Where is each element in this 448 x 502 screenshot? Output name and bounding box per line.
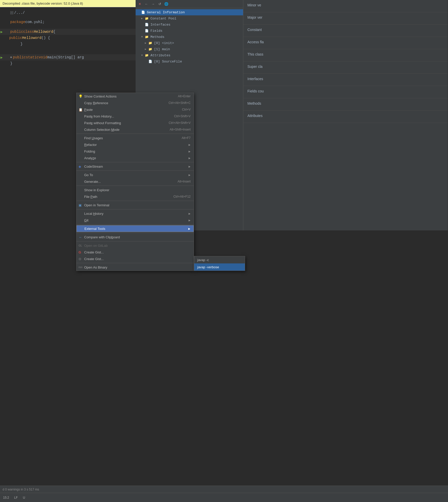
submenu-arrow: ▶: [188, 227, 190, 230]
submenu-item-label: javap -c: [197, 258, 209, 262]
status-text: d 0 warnings in 3 s 517 ms: [3, 488, 39, 491]
info-row-attributes: Attributes: [243, 111, 448, 123]
menu-item-codestream[interactable]: ◆ CodeStream ▶: [77, 163, 194, 170]
menu-item-column-selection[interactable]: Column Selection Mode Alt+Shift+Insert: [77, 126, 194, 133]
editor-content[interactable]: – /.../ package com.yuhl; ▶ public class…: [0, 7, 136, 69]
editor-line: }: [0, 41, 136, 47]
info-label: Access fla: [247, 40, 283, 44]
menu-separator: [77, 241, 194, 241]
menu-item-open-as-binary[interactable]: 010 Open As Binary: [77, 264, 194, 271]
submenu-arrow: ▶: [189, 165, 191, 168]
context-menu: 💡 Show Context Actions Alt+Enter Copy Re…: [76, 93, 194, 271]
menu-item-analyze[interactable]: Analyze ▶: [77, 155, 194, 161]
submenu-arrow: ▶: [189, 150, 191, 153]
shortcut-label: Alt+F7: [182, 136, 191, 140]
editor-line: – /.../: [0, 10, 136, 16]
run-arrow-main[interactable]: ▶: [1, 55, 3, 60]
tree-item-sourcefile[interactable]: 📄 [0] SourceFile: [136, 58, 243, 65]
tree-item-label: [0] <init>: [154, 41, 174, 45]
globe-button[interactable]: 🌐: [164, 2, 169, 7]
status-bar: 15:2 LF U: [0, 493, 448, 502]
menu-item-create-gist-1[interactable]: G Create Gist...: [77, 249, 194, 255]
menu-item-show-in-explorer[interactable]: Show in Explorer: [77, 187, 194, 193]
terminal-icon: ▣: [79, 203, 82, 207]
tree-item-general-information[interactable]: 📄 General Information: [136, 9, 243, 15]
menu-item-git[interactable]: Git ▶: [77, 217, 194, 223]
tree-item-interfaces[interactable]: 📄 Interfaces: [136, 22, 243, 28]
tree-item-methods[interactable]: ▼ 📁 Methods: [136, 34, 243, 40]
shortcut-label: Ctrl+Alt+F12: [173, 195, 191, 198]
run-arrow[interactable]: ▶: [1, 30, 3, 34]
tree-item-label: Interfaces: [150, 23, 170, 27]
tree-item-label: [0] SourceFile: [154, 60, 182, 63]
menu-item-label: Show in Explorer: [84, 188, 191, 192]
info-panel: Minor ve Major ver Constant Access fla T…: [243, 0, 448, 230]
menu-item-file-path[interactable]: File Path Ctrl+Alt+F12: [77, 193, 194, 200]
info-label: Fields cou: [247, 89, 283, 93]
menu-item-label: Open in Terminal: [84, 203, 191, 207]
external-tools-submenu: javap -c javap -verbose: [194, 256, 245, 271]
menu-item-show-context-actions[interactable]: 💡 Show Context Actions Alt+Enter: [77, 93, 194, 100]
menu-item-label: External Tools: [84, 227, 188, 231]
file-icon: 📄: [145, 29, 149, 33]
lightbulb-icon: 💡: [79, 94, 83, 98]
editor-line[interactable]: ▶ public class Helloword {: [0, 29, 136, 35]
tree-item-method-init[interactable]: ▶ 📁 [0] <init>: [136, 40, 243, 46]
github-circle-icon: ⊙: [79, 257, 81, 261]
menu-item-external-tools[interactable]: External Tools ▶: [77, 225, 194, 232]
shortcut-label: Alt+Enter: [178, 94, 191, 98]
menu-item-label: Show Context Actions: [84, 94, 173, 98]
menu-item-paste-from-history[interactable]: Paste from History... Ctrl+Shift+V: [77, 113, 194, 120]
tree-item-fields[interactable]: 📄 Fields: [136, 28, 243, 34]
menu-separator: [77, 162, 194, 162]
refresh-button[interactable]: ↺: [157, 2, 162, 7]
submenu-item-javap-verbose[interactable]: javap -verbose: [194, 263, 245, 271]
shortcut-label: Ctrl+Shift+V: [174, 114, 191, 118]
menu-item-open-on-gitlab[interactable]: GL Open on GitLab: [77, 242, 194, 249]
menu-item-create-gist-2[interactable]: ⊙ Create Gist...: [77, 255, 194, 262]
tree-item-label: Fields: [150, 29, 162, 33]
class-panel-toolbar: ✕ ← → ↺ 🌐: [136, 0, 243, 8]
info-row-interfaces: Interfaces: [243, 74, 448, 86]
indent-indicator: U: [23, 496, 25, 499]
menu-separator: [77, 134, 194, 134]
close-button[interactable]: ✕: [137, 2, 142, 7]
back-button[interactable]: ←: [144, 2, 149, 7]
editor-line: [0, 47, 136, 51]
folder-icon: 📁: [148, 47, 153, 51]
tree-arrow: [141, 23, 145, 26]
info-label: Methods: [247, 101, 283, 105]
menu-item-generate[interactable]: Generate... Alt+Insert: [77, 178, 194, 185]
submenu-item-javap-c[interactable]: javap -c: [194, 256, 245, 263]
tree-item-attributes[interactable]: ▼ 📁 Attributes: [136, 52, 243, 58]
compare-icon: ↔: [79, 235, 82, 239]
menu-item-goto[interactable]: Go To ▶: [77, 172, 194, 178]
editor-line[interactable]: ▶ ■ public static void main(String[] arg: [0, 54, 136, 60]
menu-item-refactor[interactable]: Refactor ▶: [77, 141, 194, 148]
submenu-arrow: ▶: [189, 212, 191, 215]
menu-item-compare-clipboard[interactable]: ↔ Compare with Clipboard: [77, 234, 194, 240]
submenu-item-label: javap -verbose: [197, 265, 219, 269]
menu-item-find-usages[interactable]: Find Usages Alt+F7: [77, 135, 194, 141]
menu-item-paste[interactable]: 📋 Paste Ctrl+V: [77, 106, 194, 113]
shortcut-label: Ctrl+V: [182, 108, 191, 111]
tree-item-method-main[interactable]: ▶ 📁 [1] main: [136, 46, 243, 52]
menu-item-label: Find Usages: [84, 136, 177, 140]
decompiled-notice: Decompiled .class file, bytecode version…: [0, 0, 136, 7]
menu-item-open-in-terminal[interactable]: ▣ Open in Terminal: [77, 202, 194, 208]
binary-icon: 010: [79, 266, 82, 269]
menu-item-local-history[interactable]: Local History ▶: [77, 210, 194, 217]
shortcut-label: Alt+Shift+Insert: [170, 128, 191, 131]
info-label: Constant: [247, 28, 283, 32]
paste-icon: 📋: [79, 108, 83, 112]
menu-separator: [77, 201, 194, 201]
forward-button[interactable]: →: [150, 2, 156, 7]
fold-icon[interactable]: –: [10, 11, 13, 14]
tree-item-constant-pool[interactable]: ▶ 📁 Constant Pool: [136, 15, 243, 22]
submenu-arrow: ▶: [189, 174, 191, 176]
info-label: Major ver: [247, 15, 283, 19]
tree-arrow: [141, 29, 145, 32]
menu-item-folding[interactable]: Folding ▶: [77, 148, 194, 155]
menu-item-paste-without-formatting[interactable]: Paste without Formatting Ctrl+Alt+Shift+…: [77, 120, 194, 126]
menu-item-copy-reference[interactable]: Copy Reference Ctrl+Alt+Shift+C: [77, 100, 194, 106]
